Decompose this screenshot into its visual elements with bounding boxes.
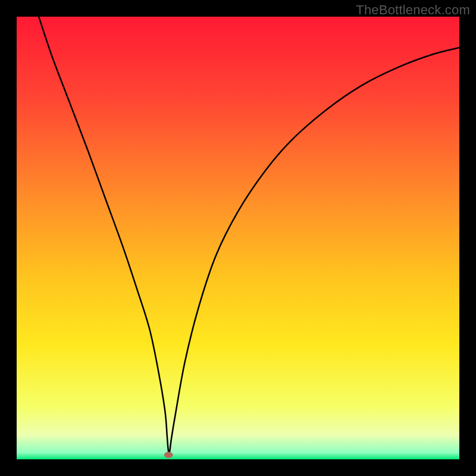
watermark-text: TheBottleneck.com xyxy=(356,2,470,18)
plot-area xyxy=(17,17,459,459)
optimal-point-marker xyxy=(164,452,173,458)
gradient-background xyxy=(17,17,459,459)
chart-frame: TheBottleneck.com xyxy=(0,0,476,476)
chart-svg xyxy=(17,17,459,459)
